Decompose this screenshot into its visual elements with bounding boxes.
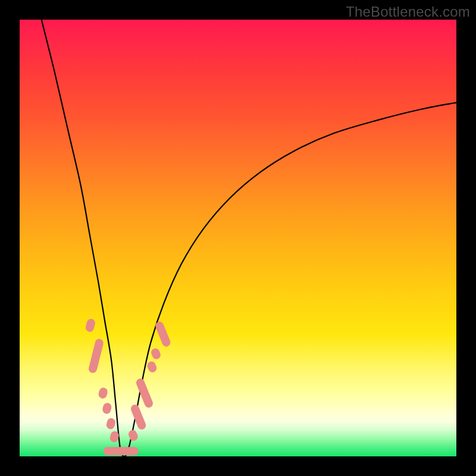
curve-marker bbox=[154, 320, 171, 347]
watermark-text: TheBottleneck.com bbox=[346, 4, 470, 20]
curve-marker bbox=[130, 403, 147, 431]
curve-marker bbox=[127, 429, 139, 442]
curve-marker bbox=[84, 318, 96, 333]
curve-marker bbox=[104, 447, 139, 455]
curve-marker bbox=[88, 338, 105, 374]
curve-marker bbox=[98, 387, 108, 399]
plot-area bbox=[20, 20, 456, 456]
curve-marker bbox=[146, 360, 158, 373]
curve-marker bbox=[150, 347, 162, 360]
curve-svg bbox=[20, 20, 456, 456]
outer-frame: TheBottleneck.com bbox=[0, 0, 476, 476]
curve-marker bbox=[102, 402, 112, 415]
curve-marker bbox=[105, 417, 116, 430]
marker-group bbox=[84, 318, 171, 455]
